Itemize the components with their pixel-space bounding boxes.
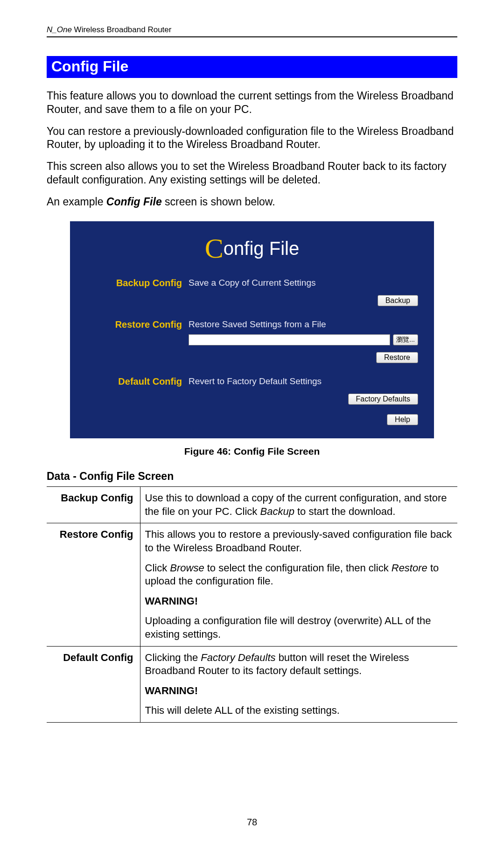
restore-config-label: Restore Config: [86, 318, 189, 330]
product-name-rest: Wireless Broadband Router: [72, 25, 172, 34]
intro-paragraph-4: An example Config File screen is shown b…: [47, 195, 457, 209]
default-config-label: Default Config: [86, 375, 189, 387]
backup-row-label: Backup Config: [47, 487, 140, 523]
browse-button[interactable]: 瀏覽...: [393, 334, 418, 345]
config-file-screenshot: Config File Backup Config Save a Copy of…: [70, 221, 434, 438]
p4-part-b: screen is shown below.: [162, 196, 275, 208]
intro-paragraph-3: This screen also allows you to set the W…: [47, 160, 457, 187]
running-header: N_One Wireless Broadband Router: [47, 25, 457, 37]
default-config-desc: Revert to Factory Default Settings: [189, 375, 418, 387]
intro-paragraph-1: This feature allows you to download the …: [47, 89, 457, 116]
section-heading: Config File: [47, 56, 457, 78]
restore-row-text: This allows you to restore a previously-…: [140, 523, 457, 646]
panel-title: Config File: [86, 232, 418, 265]
intro-paragraph-2: You can restore a previously-downloaded …: [47, 125, 457, 152]
restore-file-input[interactable]: [189, 334, 390, 345]
table-row: Default Config Clicking the Factory Defa…: [47, 646, 457, 722]
backup-button[interactable]: Backup: [378, 295, 418, 306]
backup-config-label: Backup Config: [86, 277, 189, 288]
p4-part-a: An example: [47, 196, 106, 208]
factory-defaults-button[interactable]: Factory Defaults: [348, 394, 418, 405]
table-row: Restore Config This allows you to restor…: [47, 523, 457, 646]
help-button[interactable]: Help: [387, 414, 418, 425]
restore-config-desc: Restore Saved Settings from a File: [189, 318, 418, 330]
page-number: 78: [0, 817, 504, 828]
p4-part-bi: Config File: [106, 196, 162, 208]
data-table-heading: Data - Config File Screen: [47, 470, 457, 483]
panel-title-big-c: C: [205, 233, 224, 264]
data-table: Backup Config Use this to download a cop…: [47, 486, 457, 723]
figure-caption: Figure 46: Config File Screen: [47, 446, 457, 457]
table-row: Backup Config Use this to download a cop…: [47, 487, 457, 523]
restore-warning-label: WARNING!: [145, 595, 453, 608]
restore-button[interactable]: Restore: [376, 352, 418, 363]
backup-config-desc: Save a Copy of Current Settings: [189, 277, 418, 288]
panel-title-rest: onfig File: [224, 238, 299, 259]
restore-warning-text: Uploading a configuration file will dest…: [145, 614, 453, 641]
product-name-italic: N_One: [47, 25, 72, 34]
default-row-label: Default Config: [47, 646, 140, 722]
default-warning-text: This will delete ALL of the existing set…: [145, 704, 453, 717]
default-warning-label: WARNING!: [145, 684, 453, 698]
restore-row-label: Restore Config: [47, 523, 140, 646]
default-row-text: Clicking the Factory Defaults button wil…: [140, 646, 457, 722]
backup-row-text: Use this to download a copy of the curre…: [140, 487, 457, 523]
